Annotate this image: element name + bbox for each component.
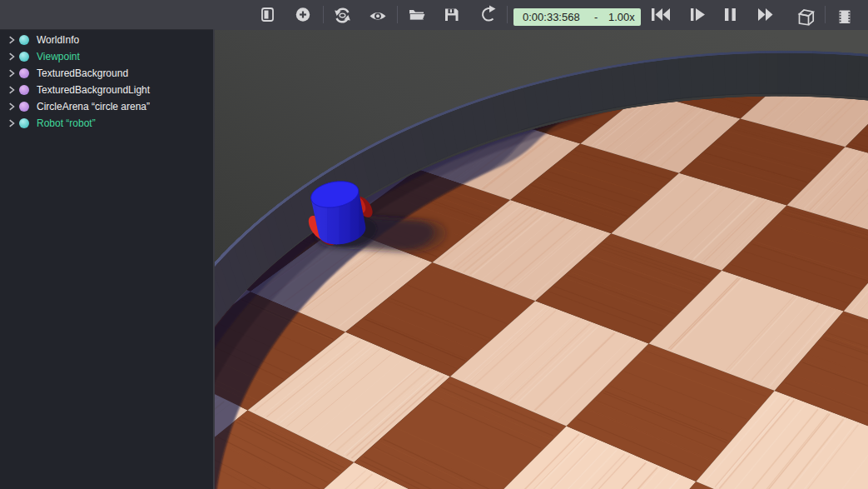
- svg-text:1.00x: 1.00x: [608, 11, 635, 23]
- svg-text:0:00:33:568: 0:00:33:568: [523, 11, 580, 23]
- svg-text:-: -: [594, 11, 598, 23]
